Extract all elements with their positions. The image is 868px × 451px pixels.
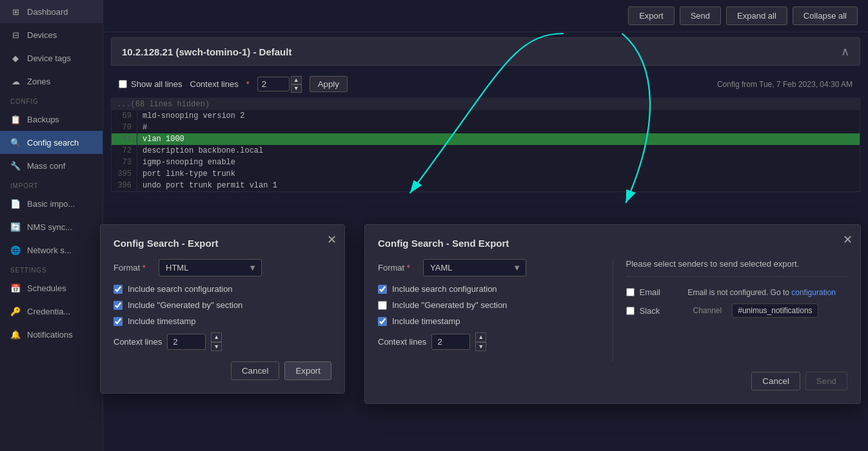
code-line-71: 71vlan 1000 <box>112 133 860 145</box>
slack-label: Slack <box>640 306 660 316</box>
send-dialog: Config Search - Send Export ✕ Format * Y… <box>364 224 861 404</box>
code-line-69: 69mld-snooping version 2 <box>112 110 860 122</box>
config-controls: Show all lines Context lines * ▲ ▼ Apply… <box>103 71 868 98</box>
backups-icon: 📋 <box>10 114 21 124</box>
send-cancel-button[interactable]: Cancel <box>751 372 800 390</box>
send-format-row: Format * YAML HTML JSON CSV ▼ <box>378 259 600 276</box>
send-right-panel: Please select senders to send selected e… <box>613 259 848 361</box>
notifications-icon: 🔔 <box>10 329 21 340</box>
show-all-lines-label[interactable]: Show all lines <box>119 79 182 89</box>
export-include-search-row: Include search configuration <box>113 284 331 294</box>
collapse-icon[interactable]: ∧ <box>841 44 849 59</box>
hidden-lines-text: ...(68 lines hidden) <box>117 100 210 109</box>
line-content: vlan 1000 <box>137 133 860 145</box>
sidebar-item-schedules[interactable]: 📅 Schedules <box>0 276 103 300</box>
send-format-label: Format * <box>378 263 417 273</box>
bottom-lines: 395port link-type trunk396undo port trun… <box>112 168 860 191</box>
slack-sender-row: Slack Channel #unimus_notifications <box>626 303 848 318</box>
line-number: 72 <box>112 145 137 157</box>
channel-value: #unimus_notifications <box>732 303 818 318</box>
code-line-396: 396undo port trunk permit vlan 1 <box>112 180 860 191</box>
email-label: Email <box>640 287 661 297</box>
export-format-label: Format * <box>113 263 152 273</box>
expand-all-button[interactable]: Expand all <box>726 6 787 25</box>
send-include-search-row: Include search configuration <box>378 284 600 294</box>
send-include-timestamp-checkbox[interactable] <box>378 317 387 326</box>
code-line-73: 73igmp-snooping enable <box>112 157 860 168</box>
sidebar-item-device-tags[interactable]: ◆ Device tags <box>0 46 103 70</box>
line-content: mld-snooping version 2 <box>137 110 860 122</box>
channel-label: Channel <box>693 306 722 315</box>
export-include-generated-checkbox[interactable] <box>113 301 123 310</box>
sidebar-item-devices[interactable]: ⊟ Devices <box>0 23 103 46</box>
email-check: Email <box>626 287 678 297</box>
line-number: 69 <box>112 110 137 122</box>
sidebar-item-zones[interactable]: ☁ Zones <box>0 70 103 93</box>
export-include-search-checkbox[interactable] <box>113 285 123 294</box>
code-line-395: 395port link-type trunk <box>112 168 860 180</box>
export-context-input[interactable] <box>167 334 206 350</box>
line-number: 73 <box>112 157 137 168</box>
export-include-timestamp-checkbox[interactable] <box>113 317 123 326</box>
export-context-up[interactable]: ▲ <box>211 332 222 342</box>
export-dialog-actions: Cancel Export <box>113 361 331 380</box>
line-content: undo port trunk permit vlan 1 <box>137 180 860 191</box>
export-dialog-close[interactable]: ✕ <box>327 233 337 247</box>
sidebar-item-credentials[interactable]: 🔑 Credentia... <box>0 300 103 323</box>
line-number: 396 <box>112 180 137 191</box>
collapse-all-button[interactable]: Collapse all <box>793 6 858 25</box>
sidebar-item-nms-sync[interactable]: 🔄 NMS sync... <box>0 215 103 238</box>
code-line-72: 72description backbone.local <box>112 145 860 157</box>
export-button[interactable]: Export <box>628 6 675 25</box>
send-include-generated-checkbox[interactable] <box>378 301 387 310</box>
send-button[interactable]: Send <box>680 6 721 25</box>
context-down[interactable]: ▼ <box>291 84 302 93</box>
email-detail: Email is not configured. Go to configura… <box>688 288 836 297</box>
sidebar-item-config-search[interactable]: 🔍 Config search <box>0 131 103 154</box>
send-format-select[interactable]: YAML HTML JSON CSV <box>423 259 526 276</box>
send-dialog-body: Format * YAML HTML JSON CSV ▼ <box>378 259 847 361</box>
send-context-down[interactable]: ▼ <box>475 342 486 352</box>
line-content: description backbone.local <box>137 145 860 157</box>
send-context-input[interactable] <box>431 334 470 350</box>
basic-import-icon: 📄 <box>10 198 21 209</box>
sidebar-item-backups[interactable]: 📋 Backups <box>0 108 103 131</box>
sidebar-item-network-s[interactable]: 🌐 Network s... <box>0 238 103 262</box>
schedules-icon: 📅 <box>10 283 21 293</box>
export-context-down[interactable]: ▼ <box>211 342 222 352</box>
sidebar-item-notifications[interactable]: 🔔 Notifications <box>0 323 103 346</box>
slack-check: Slack <box>626 306 678 316</box>
configuration-link[interactable]: configuration <box>791 288 836 297</box>
code-block: ...(68 lines hidden) 69mld-snooping vers… <box>111 98 860 192</box>
sidebar-item-dashboard[interactable]: ⊞ Dashboard <box>0 0 103 23</box>
config-device-title: 10.2.128.21 (swch-tomino-1) - Default <box>122 46 291 57</box>
apply-button[interactable]: Apply <box>310 76 348 92</box>
sidebar-item-basic-import[interactable]: 📄 Basic impo... <box>0 192 103 215</box>
line-content: igmp-snooping enable <box>137 157 860 168</box>
hidden-lines-row: ...(68 lines hidden) <box>112 99 860 110</box>
config-section-label: CONFIG <box>0 93 103 108</box>
slack-checkbox[interactable] <box>626 307 635 315</box>
context-up[interactable]: ▲ <box>291 76 302 84</box>
export-format-select-wrap: HTML YAML JSON CSV ▼ <box>159 259 262 276</box>
send-dialog-close[interactable]: ✕ <box>843 233 853 247</box>
send-include-search-checkbox[interactable] <box>378 285 387 294</box>
export-cancel-button[interactable]: Cancel <box>231 361 280 380</box>
send-context-up[interactable]: ▲ <box>475 332 486 342</box>
send-dialog-actions: Cancel Send <box>378 372 847 390</box>
search-icon: 🔍 <box>10 137 21 148</box>
send-include-generated-row: Include "Generated by" section <box>378 300 600 310</box>
export-confirm-button[interactable]: Export <box>284 361 331 380</box>
export-format-select[interactable]: HTML YAML JSON CSV <box>159 259 262 276</box>
line-content: port link-type trunk <box>137 168 860 180</box>
export-format-row: Format * HTML YAML JSON CSV ▼ <box>113 259 331 276</box>
email-checkbox[interactable] <box>626 288 635 296</box>
context-lines-input[interactable] <box>257 77 290 91</box>
nms-sync-icon: 🔄 <box>10 222 21 232</box>
send-dialog-title: Config Search - Send Export <box>378 238 847 249</box>
cloud-icon: ☁ <box>10 76 21 86</box>
top-bar: Export Send Expand all Collapse all <box>103 0 868 32</box>
show-all-lines-checkbox[interactable] <box>119 80 127 88</box>
send-confirm-button[interactable]: Send <box>805 372 847 390</box>
sidebar-item-mass-conf[interactable]: 🔧 Mass conf <box>0 154 103 177</box>
